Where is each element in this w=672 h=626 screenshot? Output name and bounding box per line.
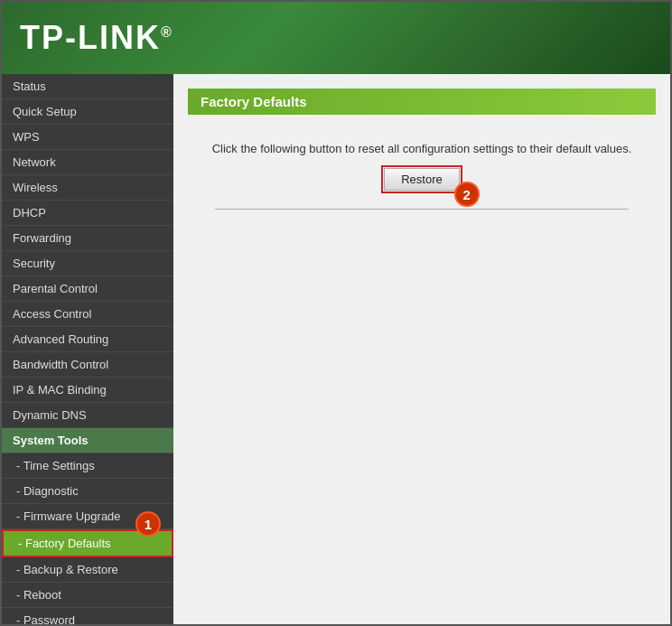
- sidebar-item-reboot[interactable]: - Reboot: [2, 583, 173, 608]
- sidebar-item-wps[interactable]: WPS: [2, 125, 173, 150]
- restore-button-row: Restore 2: [201, 168, 643, 191]
- description-text: Click the following button to reset all …: [201, 142, 643, 155]
- logo-reg: ®: [161, 24, 173, 40]
- sidebar-item-access-control[interactable]: Access Control: [2, 302, 173, 327]
- sidebar-item-parental-control[interactable]: Parental Control: [2, 276, 173, 302]
- sidebar-item-password[interactable]: - Password: [2, 608, 173, 624]
- content-divider: [215, 209, 629, 210]
- sidebar-item-network[interactable]: Network: [2, 150, 173, 175]
- sidebar-item-forwarding[interactable]: Forwarding: [2, 226, 173, 251]
- step-1-badge: 1: [135, 511, 161, 537]
- header: TP-LINK®: [2, 2, 670, 74]
- logo-text: TP-LINK: [20, 19, 161, 56]
- sidebar-item-dynamic-dns[interactable]: Dynamic DNS: [2, 403, 173, 428]
- restore-button-wrapper: Restore 2: [384, 168, 460, 191]
- firmware-upgrade-wrapper: - Firmware Upgrade 1: [2, 504, 173, 529]
- sidebar-item-time-settings[interactable]: - Time Settings: [2, 453, 173, 479]
- sidebar-item-dhcp[interactable]: DHCP: [2, 201, 173, 226]
- restore-button[interactable]: Restore: [384, 168, 460, 191]
- sidebar-item-wireless[interactable]: Wireless: [2, 175, 173, 201]
- sidebar-item-bandwidth-control[interactable]: Bandwidth Control: [2, 352, 173, 378]
- sidebar-item-backup-restore[interactable]: - Backup & Restore: [2, 557, 173, 583]
- sidebar-item-status[interactable]: Status: [2, 74, 173, 99]
- content-area: Factory Defaults Click the following but…: [173, 74, 670, 624]
- page-title: Factory Defaults: [188, 89, 656, 115]
- sidebar[interactable]: Status Quick Setup WPS Network Wireless …: [2, 74, 173, 624]
- sidebar-item-quick-setup[interactable]: Quick Setup: [2, 99, 173, 125]
- main-area: Status Quick Setup WPS Network Wireless …: [2, 74, 670, 624]
- sidebar-item-advanced-routing[interactable]: Advanced Routing: [2, 327, 173, 352]
- step-2-badge: 2: [454, 182, 480, 207]
- sidebar-item-security[interactable]: Security: [2, 251, 173, 276]
- sidebar-item-system-tools[interactable]: System Tools: [2, 428, 173, 453]
- content-body: Click the following button to reset all …: [173, 133, 670, 228]
- sidebar-item-diagnostic[interactable]: - Diagnostic: [2, 479, 173, 504]
- logo: TP-LINK®: [20, 19, 173, 57]
- sidebar-item-ip-mac-binding[interactable]: IP & MAC Binding: [2, 378, 173, 403]
